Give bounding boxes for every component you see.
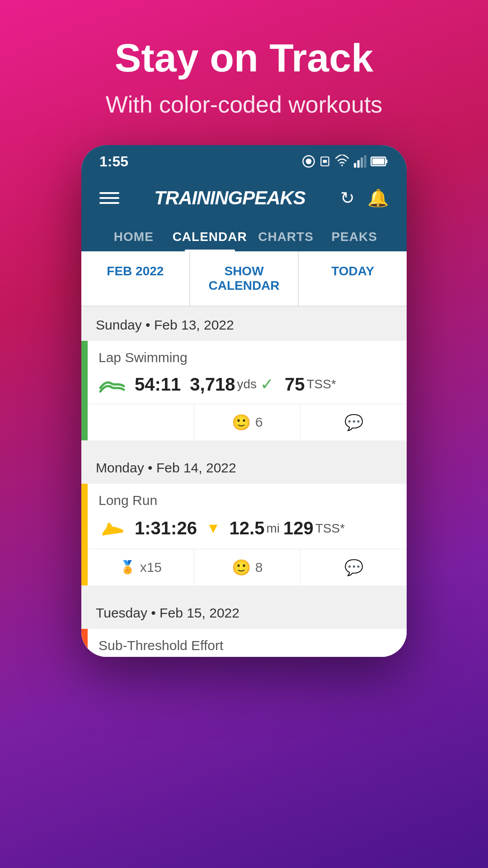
- emoji-icon: 🙂: [232, 413, 251, 431]
- workout-card-threshold[interactable]: Sub-Threshold Effort: [81, 629, 407, 657]
- svg-rect-8: [364, 156, 366, 168]
- workout-card-run[interactable]: Long Run 1:31:26 ▼ 12.5 mi 129 TSS*: [81, 484, 407, 585]
- svg-point-4: [341, 165, 343, 166]
- sub-header-today[interactable]: TODAY: [299, 251, 407, 306]
- signal-icon: [353, 155, 367, 168]
- swim-unit: yds: [237, 377, 257, 392]
- circle-icon: [302, 155, 315, 168]
- sim-icon: [319, 155, 331, 168]
- hero-subtitle: With color-coded workouts: [27, 91, 461, 118]
- battery-icon: [371, 155, 389, 168]
- tab-peaks[interactable]: PEAKS: [320, 222, 389, 251]
- svg-rect-3: [323, 160, 327, 163]
- tab-charts[interactable]: CHARTS: [252, 222, 320, 251]
- comment-icon-run: 💬: [344, 558, 363, 576]
- footer-medal-run[interactable]: 🏅 x15: [88, 549, 194, 585]
- app-logo: TRAININGPEAKS: [154, 187, 305, 209]
- day-header-sunday: Sunday • Feb 13, 2022: [81, 307, 407, 341]
- workout-title-swim: Lap Swimming: [88, 341, 407, 369]
- day-header-monday: Monday • Feb 14, 2022: [81, 449, 407, 484]
- emoji-icon-run: 🙂: [232, 558, 251, 576]
- app-header: TRAININGPEAKS ↻ 🔔 HOME CALENDAR CHARTS P…: [81, 176, 407, 251]
- sub-header: FEB 2022 SHOW CALENDAR TODAY: [81, 251, 407, 307]
- medal-icon: 🏅: [120, 560, 136, 575]
- emoji-count-run: 8: [255, 560, 263, 575]
- workout-footer-run: 🏅 x15 🙂 8 💬: [88, 549, 407, 585]
- sub-header-show-calendar[interactable]: SHOW CALENDAR: [190, 251, 299, 306]
- run-tss: 129: [283, 518, 314, 538]
- swim-tss-label: TSS*: [307, 377, 336, 392]
- emoji-count-swim: 6: [255, 415, 263, 430]
- hamburger-menu[interactable]: [99, 192, 119, 204]
- workout-title-run: Long Run: [88, 484, 407, 512]
- bell-icon[interactable]: 🔔: [367, 188, 389, 208]
- refresh-icon[interactable]: ↻: [340, 188, 355, 208]
- status-time: 1:55: [99, 153, 128, 170]
- run-time: 1:31:26: [135, 518, 197, 538]
- footer-emoji-swim[interactable]: 🙂 6: [194, 404, 301, 440]
- run-unit: mi: [266, 521, 280, 536]
- footer-comment-swim[interactable]: 💬: [300, 404, 407, 440]
- footer-comment-run[interactable]: 💬: [300, 549, 407, 585]
- workout-title-threshold: Sub-Threshold Effort: [88, 629, 407, 657]
- phone-mockup: 1:55 TRAININGPEAKS ↻ 🔔: [81, 145, 407, 657]
- workout-stats-swim: 54:11 3,718 yds ✓ 75 TSS*: [88, 369, 407, 404]
- sub-header-month[interactable]: FEB 2022: [81, 251, 190, 306]
- status-bar: 1:55: [81, 145, 407, 176]
- swim-time: 54:11: [135, 374, 181, 395]
- tab-home[interactable]: HOME: [99, 222, 168, 251]
- swim-tss: 75: [285, 374, 305, 395]
- wifi-icon: [334, 155, 350, 168]
- day-header-tuesday: Tuesday • Feb 15, 2022: [81, 594, 407, 629]
- workout-footer-swim: 🙂 6 💬: [88, 404, 407, 440]
- arrow-down-icon: ▼: [206, 520, 221, 537]
- medal-count: x15: [140, 560, 162, 575]
- svg-point-1: [306, 159, 312, 165]
- footer-emoji-run[interactable]: 🙂 8: [194, 549, 301, 585]
- run-icon: [99, 517, 135, 540]
- run-distance: 12.5: [230, 518, 265, 538]
- svg-rect-10: [372, 159, 385, 165]
- status-icons: [302, 155, 389, 168]
- tab-calendar[interactable]: CALENDAR: [168, 222, 252, 251]
- svg-rect-11: [385, 160, 387, 163]
- swim-icon: [99, 374, 135, 394]
- day-spacer-1: [81, 440, 407, 449]
- hero-section: Stay on Track With color-coded workouts: [0, 0, 488, 145]
- app-header-top: TRAININGPEAKS ↻ 🔔: [99, 187, 389, 209]
- day-spacer-2: [81, 585, 407, 594]
- svg-rect-5: [354, 163, 356, 168]
- workout-stats-run: 1:31:26 ▼ 12.5 mi 129 TSS*: [88, 512, 407, 549]
- hero-title: Stay on Track: [27, 36, 461, 80]
- comment-icon: 💬: [344, 413, 363, 431]
- svg-rect-7: [361, 158, 363, 168]
- workout-card-swim[interactable]: Lap Swimming 54:11 3,718 yds ✓ 75 TSS*: [81, 341, 407, 440]
- content-area: Sunday • Feb 13, 2022 Lap Swimming 54:11…: [81, 307, 407, 657]
- check-icon: ✓: [260, 375, 274, 394]
- svg-rect-6: [357, 160, 360, 168]
- swim-distance: 3,718: [190, 374, 235, 395]
- run-tss-label: TSS*: [315, 521, 345, 536]
- footer-empty: [88, 404, 194, 440]
- header-actions: ↻ 🔔: [340, 188, 389, 208]
- nav-tabs: HOME CALENDAR CHARTS PEAKS: [99, 222, 389, 251]
